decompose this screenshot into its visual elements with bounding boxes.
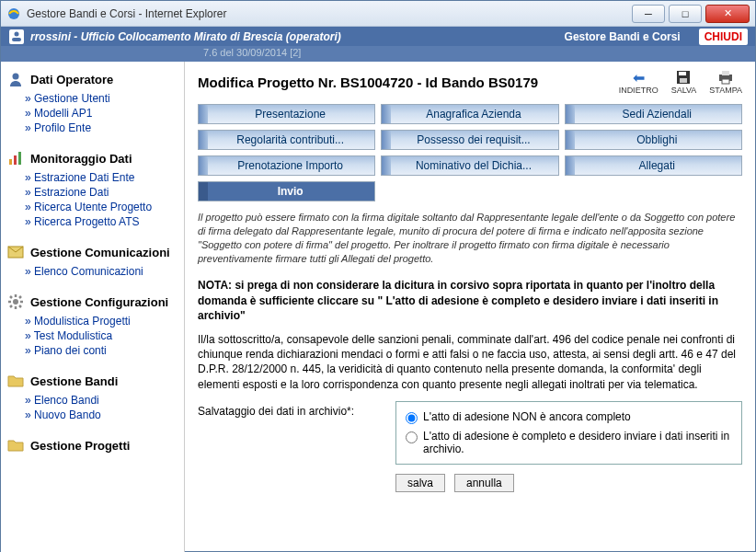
app-header: rrossini - Ufficio Collocamento Mirato d… [1, 27, 755, 46]
svg-rect-1 [9, 29, 24, 44]
window-title: Gestore Bandi e Corsi - Internet Explore… [27, 7, 628, 20]
version-bar: 7.6 del 30/09/2014 [2] [1, 46, 755, 62]
minimize-button[interactable]: ─ [632, 5, 665, 23]
back-label: INDIETRO [619, 86, 659, 95]
tab[interactable]: Regolarità contributi... [198, 130, 375, 150]
sidebar-group-label: Gestione Configurazioni [30, 295, 168, 309]
tab[interactable]: Invio [198, 181, 375, 201]
sidebar-item[interactable]: Nuovo Bando [25, 408, 180, 422]
sidebar-item-list: Modulistica ProgettiTest ModulisticaPian… [5, 314, 180, 358]
sidebar-item[interactable]: Gestione Utenti [25, 91, 180, 106]
sidebar-item[interactable]: Test Modulistica [25, 328, 180, 343]
sidebar-item-list: Gestione UtentiModelli AP1Profilo Ente [5, 91, 180, 135]
sidebar-group: Gestione ConfigurazioniModulistica Proge… [5, 292, 180, 358]
svg-rect-19 [679, 72, 686, 75]
sidebar-item-list: Elenco Comunicazioni [5, 264, 180, 279]
sidebar-group-title[interactable]: Dati Operatore [5, 69, 180, 91]
svg-point-9 [13, 299, 18, 305]
sidebar-group: Gestione ComunicazioniElenco Comunicazio… [5, 242, 180, 279]
mail-icon [6, 244, 25, 260]
sidebar-item[interactable]: Estrazione Dati Ente [25, 170, 180, 185]
os-titlebar: Gestore Bandi e Corsi - Internet Explore… [1, 1, 755, 27]
sidebar-item[interactable]: Elenco Bandi [25, 393, 180, 408]
tab[interactable]: Sedi Aziendali [565, 104, 742, 124]
save-page-button[interactable]: SALVA [671, 69, 697, 95]
sidebar-group-title[interactable]: Gestione Bandi [5, 371, 180, 393]
user-icon [6, 71, 25, 87]
sidebar-item[interactable]: Modelli AP1 [25, 106, 180, 121]
radio-complete-label: L'atto di adesione è completo e desidero… [423, 430, 732, 455]
tab[interactable]: Prenotazione Importo [198, 155, 375, 176]
radio-incomplete-label: L'atto di adesione NON è ancora completo [423, 410, 631, 423]
radio-complete-input[interactable] [406, 431, 418, 443]
save-field-label: Salvataggio dei dati in archivio*: [198, 401, 386, 418]
tab[interactable]: Possesso dei requisit... [381, 130, 558, 150]
svg-rect-20 [680, 78, 687, 83]
svg-line-15 [19, 305, 21, 307]
save-button[interactable]: salva [395, 474, 445, 492]
main-body: Dati OperatoreGestione UtentiModelli AP1… [1, 62, 755, 552]
close-window-button[interactable]: ✕ [705, 5, 750, 23]
svg-rect-3 [12, 38, 21, 41]
svg-rect-23 [722, 79, 729, 84]
tab[interactable]: Nominativo del Dichia... [381, 155, 558, 176]
svg-rect-7 [18, 152, 21, 165]
back-button[interactable]: ⬅ INDIETRO [619, 69, 659, 95]
tab[interactable]: Presentazione [198, 104, 375, 124]
sidebar-group: Gestione Progetti [5, 435, 180, 457]
print-label: STAMPA [709, 86, 742, 95]
sidebar-item[interactable]: Ricerca Progetto ATS [25, 214, 180, 229]
floppy-icon [673, 69, 693, 86]
tab-bar: PresentazioneAnagrafica AziendaSedi Azie… [198, 104, 742, 201]
sidebar-group-label: Gestione Progetti [30, 439, 130, 453]
printer-icon [716, 69, 736, 86]
cancel-button[interactable]: annulla [454, 474, 514, 492]
folder-icon [6, 437, 25, 454]
gear-icon [6, 293, 25, 310]
sidebar-item[interactable]: Elenco Comunicazioni [25, 264, 180, 279]
sidebar-group-label: Gestione Comunicazioni [30, 246, 170, 259]
page-header: Modifica Progetto Nr. BS1004720 - Id Ban… [198, 69, 742, 95]
svg-rect-22 [722, 71, 729, 75]
sidebar-item[interactable]: Profilo Ente [25, 121, 180, 135]
content-area: Modifica Progetto Nr. BS1004720 - Id Ban… [185, 62, 755, 552]
sidebar-item[interactable]: Modulistica Progetti [25, 314, 180, 328]
sidebar-group-label: Dati Operatore [30, 73, 113, 86]
sidebar-group-title[interactable]: Gestione Comunicazioni [5, 242, 180, 264]
print-button[interactable]: STAMPA [709, 69, 742, 95]
app-title: Gestore Bandi e Corsi [546, 30, 699, 43]
maximize-button[interactable]: □ [669, 5, 702, 23]
app-logo-icon [8, 29, 25, 45]
radio-incomplete[interactable]: L'atto di adesione NON è ancora completo [406, 408, 732, 427]
radio-incomplete-input[interactable] [406, 412, 418, 424]
page-actions: ⬅ INDIETRO SALVA STAMPA [619, 69, 742, 95]
arrow-left-icon: ⬅ [628, 69, 648, 86]
ie-favicon-icon [6, 6, 21, 21]
radio-group: L'atto di adesione NON è ancora completo… [395, 401, 742, 465]
sidebar-group-title[interactable]: Monitoraggio Dati [5, 148, 180, 170]
sidebar-group-title[interactable]: Gestione Configurazioni [5, 292, 180, 314]
tab[interactable]: Allegati [565, 155, 742, 176]
save-page-label: SALVA [671, 86, 697, 95]
bold-note: NOTA: si prega di non considerare la dic… [198, 278, 742, 323]
tab[interactable]: Anagrafica Azienda [381, 104, 558, 124]
tab[interactable]: Obblighi [565, 130, 742, 150]
italic-note: Il progetto può essere firmato con la fi… [198, 211, 742, 265]
folder-icon [6, 373, 25, 389]
app-window: Gestore Bandi e Corsi - Internet Explore… [0, 0, 756, 552]
page-title: Modifica Progetto Nr. BS1004720 - Id Ban… [198, 75, 538, 90]
window-controls: ─ □ ✕ [628, 5, 750, 23]
sidebar: Dati OperatoreGestione UtentiModelli AP1… [1, 62, 185, 552]
sidebar-item[interactable]: Piano dei conti [25, 343, 180, 358]
sidebar-group-title[interactable]: Gestione Progetti [5, 435, 180, 457]
radio-complete[interactable]: L'atto di adesione è completo e desidero… [406, 427, 732, 458]
svg-line-16 [10, 305, 12, 307]
sidebar-group: Gestione BandiElenco BandiNuovo Bando [5, 371, 180, 422]
sidebar-group-label: Monitoraggio Dati [30, 152, 132, 166]
app-close-button[interactable]: CHIUDI [699, 29, 748, 45]
sidebar-group-label: Gestione Bandi [30, 374, 118, 388]
sidebar-item[interactable]: Estrazione Dati [25, 185, 180, 200]
sidebar-item-list: Elenco BandiNuovo Bando [5, 393, 180, 422]
sidebar-item[interactable]: Ricerca Utente Progetto [25, 200, 180, 214]
svg-point-2 [15, 31, 19, 36]
